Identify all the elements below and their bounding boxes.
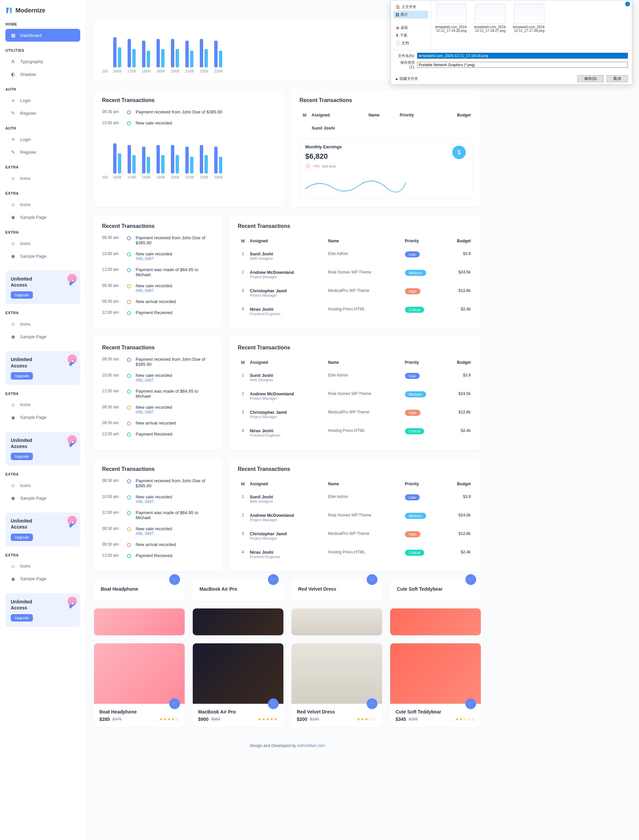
nav-sample-r1[interactable]: ◉Sample Page — [5, 411, 80, 424]
tx-text: New sale recorded — [136, 251, 172, 257]
nav-icons-r1[interactable]: ☺Icons — [5, 398, 80, 411]
tx-time: 09:30 am — [102, 299, 122, 304]
product-card[interactable] — [94, 609, 185, 635]
aperture-icon: ◉ — [10, 334, 16, 340]
tx-text: New arrival recorded — [136, 542, 176, 547]
timeline-dot — [127, 406, 131, 410]
add-to-cart-button[interactable]: 🛒 — [367, 698, 377, 709]
dialog-sidebar: 🏠 主文件夹 🖼 图片 🖥 桌面 ⬇ 下载 📄 文档 — [391, 0, 431, 50]
shadow-icon: ◐ — [10, 71, 16, 77]
tx-table: IdAssignedNamePriorityBudget1Sunil Joshi… — [238, 357, 473, 442]
tx-link[interactable]: #ML-3467 — [136, 378, 172, 383]
timeline-dot — [127, 358, 131, 362]
product-card[interactable]: 🛒Boat Headphone$285$375★★★★☆ — [94, 643, 185, 727]
tx-link[interactable]: #ML-3467 — [136, 410, 172, 414]
upgrade-button[interactable]: Upgrade — [11, 372, 33, 380]
table-row: 3Christopher JamilProject ManagerMedical… — [238, 405, 473, 423]
nav-icons[interactable]: ☺Icons — [5, 172, 80, 185]
folder-docs[interactable]: 📄 文档 — [394, 39, 428, 47]
nav-icons-2[interactable]: ☺Icons — [5, 198, 80, 211]
nav-login-2[interactable]: ⎆Login — [5, 133, 80, 146]
file-name: template0.com_2024-12-11_17-14-20.png — [434, 25, 468, 33]
nav-icons-r2[interactable]: ☺Icons — [5, 479, 80, 492]
nav-icons-3[interactable]: ☺Icons — [5, 237, 80, 250]
tx-link[interactable]: #ML-3467 — [136, 531, 172, 536]
tx-link[interactable]: #ML-3467 — [136, 288, 172, 293]
timeline-dot — [127, 422, 131, 426]
tx-link[interactable]: #ML-3467 — [136, 499, 172, 504]
nav-sample-r3[interactable]: ◉Sample Page — [5, 572, 80, 585]
file-item[interactable]: template0.com_2024-12-11_17-14-20.png — [434, 4, 468, 46]
product-card[interactable]: 🛒Red Velvet Dress$200$150★★★☆☆ — [291, 643, 382, 727]
tx-time: 10:00 am — [102, 373, 122, 377]
product-name: Red Velvet Dress — [297, 709, 377, 715]
add-to-cart-button[interactable]: 🛒 — [466, 698, 476, 709]
product-card[interactable] — [193, 609, 283, 635]
product-card[interactable] — [291, 609, 382, 635]
tx-link[interactable]: #ML-3467 — [136, 257, 172, 261]
dollar-icon: $ — [452, 146, 466, 159]
tx-row: 10:00 amNew sale recorded#ML-3467 — [102, 251, 213, 261]
nav-register[interactable]: ✎Register — [5, 107, 80, 119]
timeline-dot — [127, 511, 131, 515]
file-item[interactable]: template0.com_2024-12-11_17-14-27.png — [474, 4, 507, 46]
info-icon[interactable]: i — [625, 2, 630, 6]
footer-link[interactable]: AdminMart.com — [297, 743, 325, 748]
product-image — [193, 609, 283, 635]
aperture-icon: ◉ — [10, 495, 16, 501]
folder-desktop[interactable]: 🖥 桌面 — [394, 24, 428, 32]
folder-download[interactable]: ⬇ 下载 — [394, 32, 428, 39]
tx-table: IdAssignedNamePriorityBudget1Sunil Joshi… — [238, 235, 473, 320]
table-row: 4Nirav JoshiFrontend EngineerHosting Pre… — [238, 423, 473, 442]
folder-pictures[interactable]: 🖼 图片 — [394, 11, 428, 19]
product-rating: ★★★☆☆ — [357, 717, 377, 721]
tx-time: 12:00 am — [102, 553, 122, 558]
product-mini-card: 🛒MacBook Air Pro — [193, 580, 283, 601]
aperture-icon: ◉ — [10, 214, 16, 220]
priority-badge: Low — [405, 373, 420, 379]
nav-dashboard[interactable]: ▦Dashboard — [5, 29, 80, 41]
product-rating: ★★★★★ — [258, 717, 278, 721]
add-to-cart-button[interactable]: 🛒 — [268, 574, 279, 585]
filename-input[interactable] — [417, 53, 628, 59]
add-to-cart-button[interactable]: 🛒 — [169, 574, 180, 585]
register-icon: ✎ — [10, 110, 16, 116]
nav-login[interactable]: ⎆Login — [5, 94, 80, 107]
folder-main[interactable]: 🏠 主文件夹 — [394, 3, 428, 11]
product-image — [291, 643, 382, 704]
nav-sample-r0[interactable]: ◉Sample Page — [5, 330, 80, 343]
upgrade-button[interactable]: Upgrade — [11, 534, 33, 541]
add-to-cart-button[interactable]: 🛒 — [268, 698, 279, 709]
product-card[interactable] — [390, 609, 481, 635]
filetype-select[interactable] — [417, 62, 628, 68]
tx-text: Payment Received — [136, 553, 172, 558]
add-to-cart-button[interactable]: 🛒 — [367, 574, 377, 585]
nav-register-2[interactable]: ✎Register — [5, 146, 80, 158]
product-price-old: $650 — [211, 717, 220, 721]
tx-time: 12:00 am — [102, 388, 122, 393]
nav-icons-r3[interactable]: ☺Icons — [5, 560, 80, 572]
nav-typography[interactable]: ATypography — [5, 55, 80, 68]
nav-sample[interactable]: ◉Sample Page — [5, 211, 80, 223]
add-to-cart-button[interactable]: 🛒 — [466, 574, 476, 585]
nav-icons-r0[interactable]: ☺Icons — [5, 317, 80, 330]
upgrade-button[interactable]: Upgrade — [11, 614, 33, 621]
th-name: Name — [366, 109, 397, 121]
file-item[interactable]: template0.com_2024-12-11_17-17-58.png — [512, 4, 546, 46]
upgrade-button[interactable]: Upgrade — [11, 453, 33, 460]
tx-row: 09:30 amNew arrival recorded — [102, 542, 213, 547]
cancel-button[interactable]: 取消 — [606, 75, 628, 82]
nav-section-home: HOME — [5, 22, 80, 26]
nav-sample-2[interactable]: ◉Sample Page — [5, 250, 80, 262]
nav-sample-r2[interactable]: ◉Sample Page — [5, 492, 80, 504]
product-card[interactable]: 🛒Cute Soft Teddybear$345$285★★☆☆☆ — [390, 643, 481, 727]
save-button[interactable]: 保存(S) — [577, 75, 604, 82]
product-card[interactable]: 🛒MacBook Air Pro$900$650★★★★★ — [193, 643, 283, 727]
add-to-cart-button[interactable]: 🛒 — [169, 698, 180, 709]
tx-text: Payment was made of $64.95 to Michael — [136, 388, 213, 399]
upgrade-button[interactable]: Upgrade — [11, 291, 33, 299]
hide-folders-toggle[interactable]: ▲ 隐藏文件夹 — [395, 76, 418, 81]
nav-shadow[interactable]: ◐Shadow — [5, 68, 80, 81]
tx-row: 09:30 amNew arrival recorded — [102, 420, 213, 426]
filetype-label: 保存类型(T): — [395, 60, 415, 69]
